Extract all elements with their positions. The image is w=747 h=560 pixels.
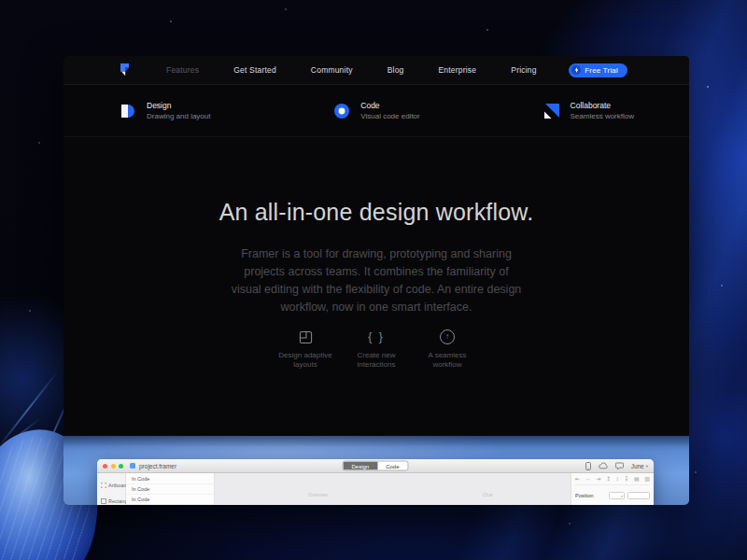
mini-feature-label: Create new interactions [343,351,410,370]
arrow-up-circle-icon: ↑ [440,329,455,344]
feature-subtitle: Visual code editor [360,112,419,120]
feature-subtitle: Seamless workflow [571,112,634,120]
align-top-icon[interactable]: ↥ [606,476,611,482]
mini-feature-layouts: Design adaptive layouts [272,329,339,370]
layer-artboard[interactable]: Artboard [97,477,125,493]
layer-rectangle[interactable]: Rectangle [97,493,125,505]
cloud-sync-icon[interactable] [599,462,608,469]
account-menu[interactable]: June ▾ [631,463,648,469]
desktop-wallpaper-band: project.framer Design Code [63,436,689,505]
code-braces-icon: { } [368,330,384,343]
design-canvas[interactable]: Overview Chat [215,473,571,505]
close-window-button[interactable] [103,464,107,469]
nav-link-features[interactable]: Features [166,65,199,75]
align-center-h-icon[interactable]: ↔ [585,476,591,482]
align-bottom-icon[interactable]: ↧ [624,476,628,482]
nav-link-blog[interactable]: Blog [388,65,404,75]
code-row[interactable]: In Code [126,484,214,495]
nav-link-pricing[interactable]: Pricing [511,65,536,75]
nav-link-get-started[interactable]: Get Started [233,65,276,75]
mini-feature-label: A seamless workflow [414,351,481,370]
alignment-toolbar: ⇤ ↔ ⇥ ↥ ↕ ↧ ▤ ▥ [575,476,650,485]
mini-features: Design adaptive layouts { } Create new i… [63,329,689,370]
inspector-panel: ⇤ ↔ ⇥ ↥ ↕ ↧ ▤ ▥ Position ▾ [571,473,654,505]
distribute-v-icon[interactable]: ▥ [644,476,650,482]
feature-title: Collaborate [571,101,634,110]
mini-feature-label: Design adaptive layouts [272,351,339,370]
particle-specks [0,0,2,2]
feature-title: Code [360,101,419,110]
layer-name: Artboard [108,483,128,488]
artboard-label: Overview [308,492,328,497]
feature-collaborate[interactable]: Collaborate Seamless workflow [543,101,634,121]
site-navbar: Features Get Started Community Blog Ente… [63,56,689,85]
device-preview-icon[interactable] [585,462,591,470]
zoom-window-button[interactable] [119,464,123,469]
artboard-icon [101,483,106,488]
chevron-down-icon: ▾ [646,464,648,469]
position-type-select[interactable]: ▾ [609,492,625,499]
nav-link-enterprise[interactable]: Enterprise [439,65,477,75]
free-trial-label: Free Trial [585,66,618,75]
feature-subtitle: Drawing and layout [147,112,210,120]
hero-body: Framer is a tool for drawing, prototypin… [230,245,523,316]
code-row[interactable]: In Code [126,474,214,484]
free-trial-button[interactable]: Free Trial [569,63,627,77]
framer-logo-icon[interactable] [119,63,131,77]
minimize-window-button[interactable] [111,464,116,469]
nav-links: Features Get Started Community Blog Ente… [166,65,537,75]
mini-feature-workflow: ↑ A seamless workflow [414,329,481,370]
window-titlebar: project.framer Design Code [97,459,654,473]
tab-code[interactable]: Code [377,462,407,470]
layers-panel: Artboard Rectangle [97,473,126,505]
framer-site: Features Get Started Community Blog Ente… [63,56,689,436]
titlebar-actions: June ▾ [585,462,648,470]
mode-segmented-control: Design Code [342,461,408,471]
align-left-icon[interactable]: ⇤ [575,476,580,482]
align-right-icon[interactable]: ⇥ [596,476,600,482]
mini-feature-interactions: { } Create new interactions [343,329,410,370]
feature-bar: Design Drawing and layout Code Visual co… [63,85,689,137]
presentation-screen: Features Get Started Community Blog Ente… [63,56,689,505]
design-shape-icon [119,102,137,120]
tab-design[interactable]: Design [343,462,377,470]
chat-icon[interactable] [615,462,624,470]
collaborate-arrow-icon [543,102,561,120]
position-label: Position [575,493,606,498]
feature-title: Design [147,101,210,110]
account-name: June [631,463,644,469]
feature-design[interactable]: Design Drawing and layout [119,101,210,121]
code-components-panel: In Code In Code In Code [126,473,215,505]
distribute-h-icon[interactable]: ▤ [634,476,640,482]
window-title: project.framer [139,463,176,469]
rectangle-icon [101,498,106,504]
artboard-label: Chat [483,492,493,497]
adaptive-layout-icon [299,330,313,344]
hero-title: An all-in-one design workflow. [63,199,689,226]
position-value-input[interactable] [627,492,650,499]
feature-code[interactable]: Code Visual code editor [332,101,419,121]
position-row: Position ▾ [575,492,650,499]
bolt-badge-icon [571,65,581,75]
nav-link-community[interactable]: Community [311,65,353,75]
code-dot-icon [332,102,351,120]
align-middle-v-icon[interactable]: ↕ [616,476,619,482]
window-body: Artboard Rectangle In Code In Code In Co… [97,473,654,505]
traffic-lights [103,464,123,469]
framer-app-window: project.framer Design Code [97,459,654,505]
document-icon [130,463,135,469]
code-row[interactable]: In Code [126,495,214,505]
